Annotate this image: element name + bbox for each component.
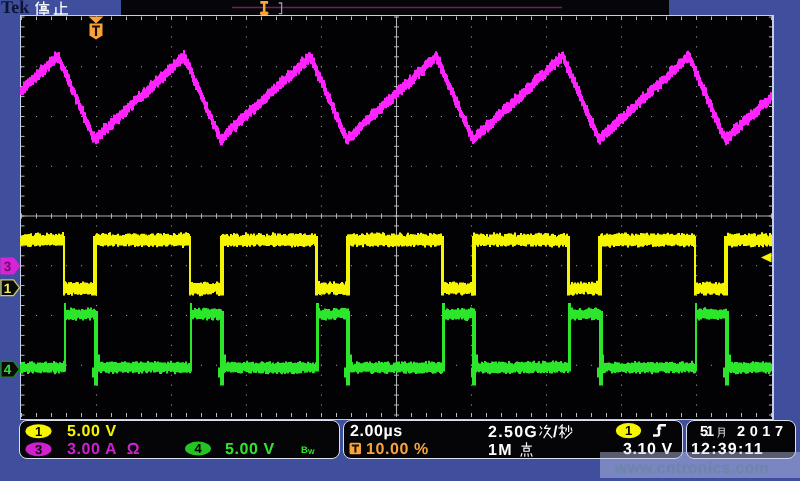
svg-text:1: 1 [625,423,632,438]
svg-text:1: 1 [35,424,42,439]
svg-text:4: 4 [194,441,202,456]
svg-text:3: 3 [35,442,42,457]
svg-text:BW: BW [301,445,315,457]
